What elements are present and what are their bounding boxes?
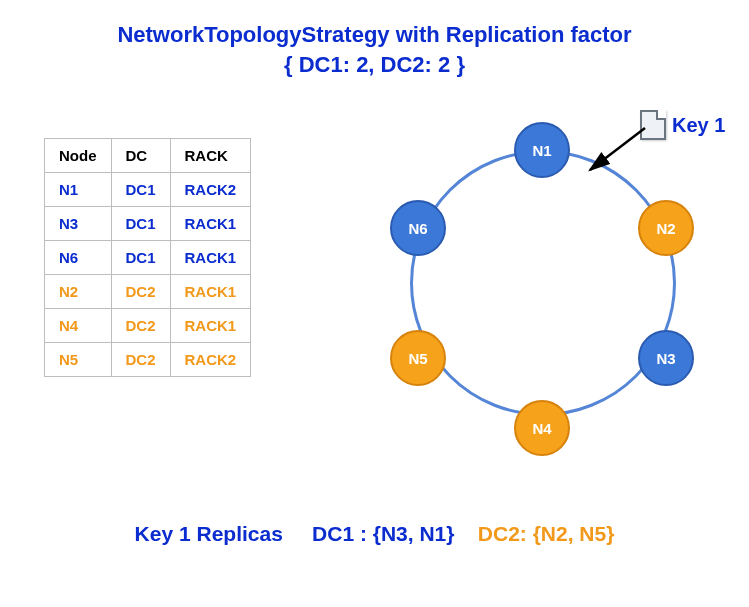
replicas-prefix: Key 1 Replicas <box>135 522 283 545</box>
node-label: N2 <box>656 220 675 237</box>
replicas-dc1: DC1 : {N3, N1} <box>312 522 454 545</box>
node-label: N5 <box>408 350 427 367</box>
cell-node: N4 <box>45 309 112 343</box>
cell-rack: RACK2 <box>170 343 251 377</box>
ring-node-n2: N2 <box>638 200 694 256</box>
cell-rack: RACK1 <box>170 207 251 241</box>
node-label: N3 <box>656 350 675 367</box>
cell-rack: RACK2 <box>170 173 251 207</box>
node-table: Node DC RACK N1 DC1 RACK2 N3 DC1 RACK1 N… <box>44 138 251 377</box>
col-rack: RACK <box>170 139 251 173</box>
table-row: N3 DC1 RACK1 <box>45 207 251 241</box>
cell-rack: RACK1 <box>170 309 251 343</box>
table-row: N1 DC1 RACK2 <box>45 173 251 207</box>
table-row: N6 DC1 RACK1 <box>45 241 251 275</box>
svg-line-0 <box>590 128 645 170</box>
cell-dc: DC1 <box>111 173 170 207</box>
table-row: N2 DC2 RACK1 <box>45 275 251 309</box>
cell-dc: DC1 <box>111 207 170 241</box>
table-header-row: Node DC RACK <box>45 139 251 173</box>
node-label: N6 <box>408 220 427 237</box>
node-label: N1 <box>532 142 551 159</box>
ring-node-n5: N5 <box>390 330 446 386</box>
token-ring: Key 1 N1 N2 N3 N4 N5 N6 <box>370 100 730 460</box>
col-node: Node <box>45 139 112 173</box>
replicas-dc2: DC2: {N2, N5} <box>478 522 615 545</box>
key-label: Key 1 <box>672 114 725 137</box>
ring-node-n3: N3 <box>638 330 694 386</box>
table-row: N5 DC2 RACK2 <box>45 343 251 377</box>
ring-node-n1: N1 <box>514 122 570 178</box>
cell-dc: DC1 <box>111 241 170 275</box>
cell-dc: DC2 <box>111 309 170 343</box>
cell-dc: DC2 <box>111 275 170 309</box>
cell-node: N5 <box>45 343 112 377</box>
table-row: N4 DC2 RACK1 <box>45 309 251 343</box>
cell-node: N1 <box>45 173 112 207</box>
cell-node: N3 <box>45 207 112 241</box>
node-label: N4 <box>532 420 551 437</box>
title-line-1: NetworkTopologyStrategy with Replication… <box>117 22 631 47</box>
ring-node-n4: N4 <box>514 400 570 456</box>
cell-rack: RACK1 <box>170 275 251 309</box>
arrow-icon <box>570 125 660 195</box>
col-dc: DC <box>111 139 170 173</box>
cell-rack: RACK1 <box>170 241 251 275</box>
cell-node: N2 <box>45 275 112 309</box>
title-line-2: { DC1: 2, DC2: 2 } <box>284 52 465 77</box>
ring-node-n6: N6 <box>390 200 446 256</box>
replicas-summary: Key 1 Replicas DC1 : {N3, N1} DC2: {N2, … <box>0 522 749 546</box>
cell-node: N6 <box>45 241 112 275</box>
cell-dc: DC2 <box>111 343 170 377</box>
diagram-title: NetworkTopologyStrategy with Replication… <box>0 20 749 79</box>
